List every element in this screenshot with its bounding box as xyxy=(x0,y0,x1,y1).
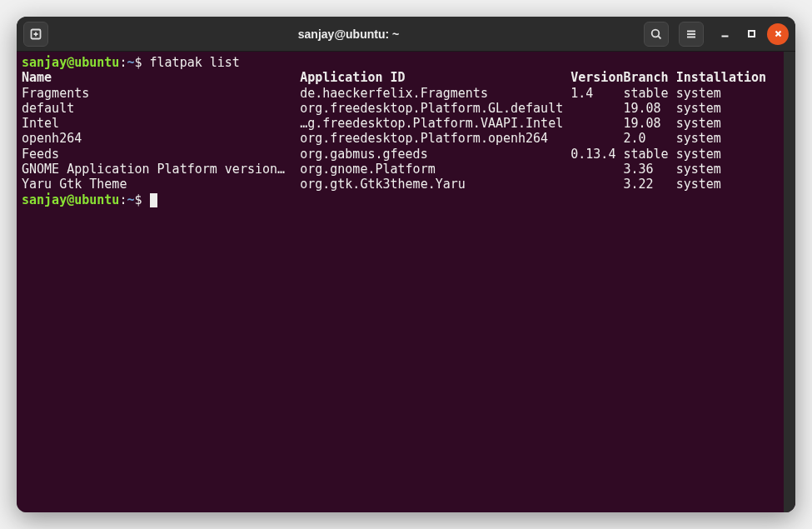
maximize-button[interactable] xyxy=(740,23,762,45)
close-button[interactable] xyxy=(767,23,789,45)
minimize-button[interactable] xyxy=(714,23,735,45)
output-row: default org.freedesktop.Platform.GL.defa… xyxy=(22,101,779,116)
output-row: GNOME Application Platform version… org.… xyxy=(22,162,779,177)
titlebar: sanjay@ubuntu: ~ xyxy=(17,17,795,52)
output-row: Yaru Gtk Theme org.gtk.Gtk3theme.Yaru 3.… xyxy=(22,177,779,192)
window-title: sanjay@ubuntu: ~ xyxy=(53,27,644,41)
svg-point-3 xyxy=(652,29,660,37)
terminal-body[interactable]: sanjay@ubuntu:~$ flatpak listName Applic… xyxy=(17,52,795,512)
prompt-line: sanjay@ubuntu:~$ xyxy=(22,192,779,207)
menu-button[interactable] xyxy=(679,22,704,47)
search-icon xyxy=(650,27,663,41)
close-icon xyxy=(774,29,783,38)
search-button[interactable] xyxy=(644,22,669,47)
terminal-window: sanjay@ubuntu: ~ sanjay@ubuntu:~$ flatpa… xyxy=(17,17,795,512)
output-row: Intel …g.freedesktop.Platform.VAAPI.Inte… xyxy=(22,116,779,131)
maximize-icon xyxy=(747,29,756,38)
svg-line-4 xyxy=(658,36,660,38)
output-row: openh264 org.freedesktop.Platform.openh2… xyxy=(22,131,779,146)
output-row: Feeds org.gabmus.gfeeds 0.13.4 stable sy… xyxy=(22,147,779,162)
cursor xyxy=(150,193,157,207)
hamburger-icon xyxy=(685,27,698,41)
prompt-line: sanjay@ubuntu:~$ flatpak list xyxy=(22,55,779,70)
output-header: Name Application ID VersionBranch Instal… xyxy=(22,70,779,85)
svg-rect-9 xyxy=(749,31,755,37)
new-tab-icon xyxy=(29,27,42,41)
command-text: flatpak list xyxy=(150,55,240,70)
minimize-icon xyxy=(720,29,730,38)
output-row: Fragments de.haeckerfelix.Fragments 1.4 … xyxy=(22,86,779,101)
new-tab-button[interactable] xyxy=(23,22,48,47)
